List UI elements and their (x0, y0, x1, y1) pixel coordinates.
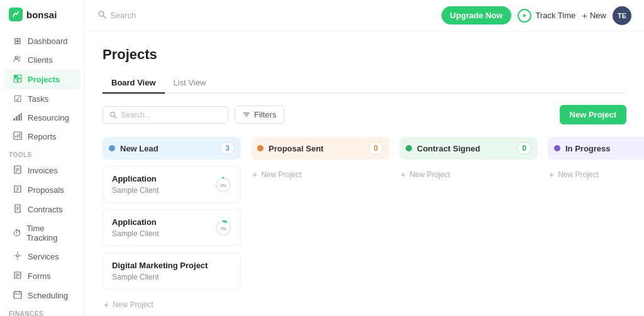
tasks-icon: ☑ (13, 94, 23, 104)
sidebar-item-scheduling[interactable]: Scheduling (4, 286, 80, 305)
project-card[interactable]: Application Sample Client 7% (103, 209, 241, 246)
add-project-inprogress[interactable]: + New Project (548, 166, 644, 183)
clients-icon (13, 55, 23, 65)
sidebar-item-resourcing[interactable]: Resourcing (4, 108, 80, 127)
search-bar[interactable]: Search (97, 10, 434, 21)
col-count-proposal: 0 (369, 142, 383, 155)
topbar: Search Upgrade Now Track Time + New TE (85, 0, 644, 31)
add-project-label: New Project (409, 170, 450, 179)
col-dot-inprogress (554, 145, 560, 151)
plus-icon: + (582, 10, 587, 21)
col-dot-new-lead (109, 145, 115, 151)
new-project-button[interactable]: New Project (560, 105, 626, 124)
svg-rect-7 (13, 118, 15, 121)
add-project-label: New Project (261, 170, 302, 179)
avatar[interactable]: TE (613, 6, 631, 25)
svg-text:0%: 0% (220, 183, 226, 188)
svg-point-31 (111, 112, 115, 116)
track-time-label: Track Time (535, 11, 575, 20)
sidebar-item-forms[interactable]: Forms (4, 266, 80, 286)
sidebar-item-services[interactable]: Services (4, 247, 80, 266)
logo-text: bonsai (26, 9, 57, 20)
sidebar-item-label: Resourcing (28, 113, 69, 123)
col-label-inprogress: In Progress (565, 144, 644, 153)
sidebar-item-label: Tasks (28, 94, 48, 104)
col-label-new-lead: New Lead (120, 144, 215, 153)
sidebar-item-clients[interactable]: Clients (4, 50, 80, 70)
column-header-inprogress: In Progress 0 (548, 137, 644, 160)
board-search[interactable]: Search... (103, 106, 228, 124)
page-title: Projects (103, 46, 626, 63)
svg-rect-24 (14, 291, 21, 298)
plus-icon: + (549, 170, 554, 180)
finances-label: Finances (0, 305, 84, 316)
upgrade-now-button[interactable]: Upgrade Now (441, 6, 512, 25)
add-project-label: New Project (558, 170, 599, 179)
plus-icon: + (252, 170, 257, 180)
column-header-proposal: Proposal Sent 0 (251, 137, 389, 160)
search-placeholder: Search (110, 11, 136, 20)
sidebar-item-label: Reports (28, 132, 57, 141)
sidebar-item-dashboard[interactable]: ⊞ Dashboard (4, 31, 80, 50)
column-in-progress: In Progress 0 + New Project (548, 137, 644, 183)
svg-rect-10 (21, 113, 22, 121)
topbar-actions: Upgrade Now Track Time + New TE (441, 6, 631, 25)
board-toolbar: Search... Filters New Project (103, 105, 626, 124)
sidebar-item-label: Proposals (28, 185, 64, 195)
progress-indicator: 0% (214, 175, 233, 194)
add-project-proposal[interactable]: + New Project (251, 166, 389, 183)
add-project-label: New Project (113, 300, 153, 309)
col-dot-proposal (257, 145, 264, 151)
sidebar-item-time-tracking[interactable]: ⏱ Time Tracking (4, 219, 80, 247)
dashboard-icon: ⊞ (13, 36, 23, 46)
filters-label: Filters (254, 110, 276, 119)
svg-rect-5 (14, 79, 18, 83)
sidebar-item-tasks[interactable]: ☑ Tasks (4, 89, 80, 108)
svg-point-1 (15, 57, 18, 59)
sidebar-nav: ⊞ Dashboard Clients Projects ☑ Tasks Res… (0, 31, 84, 146)
column-new-lead: New Lead 3 Application Sample Client 0% (103, 137, 241, 313)
svg-rect-8 (16, 116, 18, 121)
col-count-contract: 0 (517, 142, 531, 155)
logo-icon (9, 8, 23, 21)
sidebar-item-label: Clients (28, 55, 53, 65)
sidebar-item-contracts[interactable]: Contracts (4, 200, 80, 219)
sidebar-item-label: Time Tracking (26, 224, 72, 242)
services-icon (13, 251, 23, 262)
track-time-button[interactable]: Track Time (518, 9, 575, 23)
projects-icon (13, 74, 23, 85)
tab-board-view[interactable]: Board View (103, 73, 165, 94)
tools-label: Tools (0, 146, 84, 161)
sidebar-item-label: Projects (28, 75, 60, 84)
project-card[interactable]: Digital Marketing Project Sample Client (103, 253, 241, 290)
card-client: Sample Client (112, 273, 231, 281)
sidebar-item-label: Contracts (28, 205, 63, 214)
col-count-new-lead: 3 (220, 142, 235, 155)
view-tabs: Board View List View (103, 73, 626, 94)
add-project-new-lead[interactable]: + New Project (103, 296, 241, 313)
main-area: Search Upgrade Now Track Time + New TE P… (85, 0, 644, 316)
project-card[interactable]: Application Sample Client 0% (103, 166, 241, 203)
sidebar-item-label: Dashboard (28, 36, 68, 46)
svg-text:7%: 7% (220, 227, 226, 231)
sidebar-item-reports[interactable]: Reports (4, 127, 80, 146)
add-project-contract[interactable]: + New Project (399, 166, 538, 183)
sidebar-item-label: Invoices (28, 166, 58, 175)
sidebar-item-projects[interactable]: Projects (4, 70, 80, 89)
sidebar-item-label: Services (28, 252, 59, 261)
svg-point-28 (99, 11, 104, 16)
column-header-new-lead: New Lead 3 (103, 137, 241, 160)
svg-point-19 (16, 254, 19, 257)
sidebar: bonsai ⊞ Dashboard Clients Projects ☑ Ta… (0, 0, 85, 316)
time-tracking-icon: ⏱ (13, 228, 21, 238)
sidebar-item-invoices[interactable]: Invoices (4, 161, 80, 180)
svg-rect-4 (18, 75, 22, 79)
page-content: Projects Board View List View Search... … (85, 31, 644, 316)
sidebar-item-proposals[interactable]: Proposals (4, 180, 80, 200)
svg-point-2 (19, 57, 21, 58)
sidebar-item-label: Forms (28, 271, 51, 281)
filters-button[interactable]: Filters (235, 106, 284, 124)
tab-list-view[interactable]: List View (165, 73, 215, 94)
progress-indicator: 7% (214, 219, 233, 237)
new-button[interactable]: + New (582, 10, 606, 21)
